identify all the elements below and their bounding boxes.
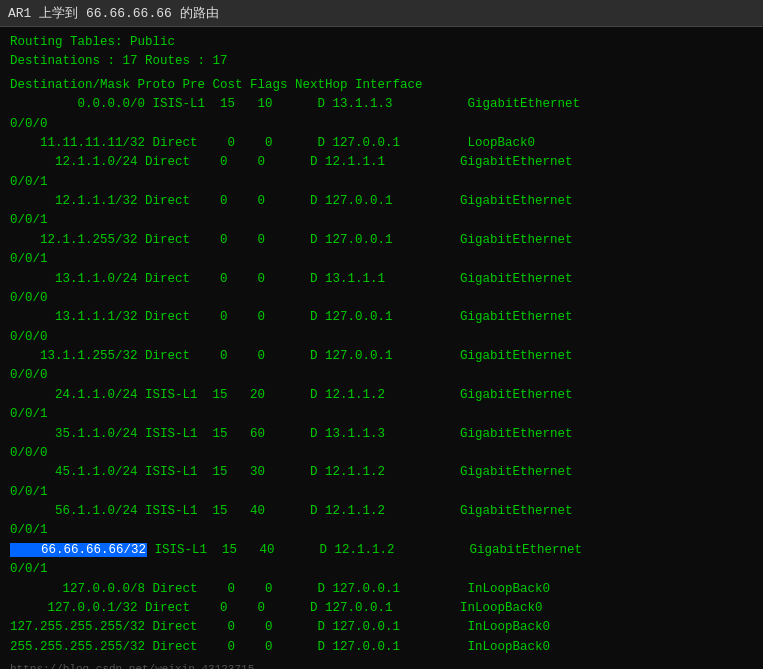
route-iface2: 0/0/0 <box>10 444 753 463</box>
route-row: 56.1.1.0/24 ISIS-L1 15 40 D 12.1.1.2 Gig… <box>10 502 753 521</box>
route-row: 127.255.255.255/32 Direct 0 0 D 127.0.0.… <box>10 618 753 637</box>
route-entry-15: 127.255.255.255/32 Direct 0 0 D 127.0.0.… <box>10 618 753 637</box>
route-iface2: 0/0/0 <box>10 366 753 385</box>
routing-header-1: Routing Tables: Public <box>10 33 753 52</box>
route-iface2: 0/0/1 <box>10 211 753 230</box>
watermark: https://blog.csdn.net/weixin_43123715 <box>10 661 753 669</box>
route-entry-12: 66.66.66.66/32 ISIS-L1 15 40 D 12.1.1.2 … <box>10 541 753 580</box>
route-row: 13.1.1.255/32 Direct 0 0 D 127.0.0.1 Gig… <box>10 347 753 366</box>
route-entry-14: 127.0.0.1/32 Direct 0 0 D 127.0.0.1 InLo… <box>10 599 753 618</box>
routes-container: 0.0.0.0/0 ISIS-L1 15 10 D 13.1.1.3 Gigab… <box>10 95 753 657</box>
route-iface2: 0/0/1 <box>10 560 753 579</box>
route-row: 35.1.1.0/24 ISIS-L1 15 60 D 13.1.1.3 Gig… <box>10 425 753 444</box>
route-entry-13: 127.0.0.0/8 Direct 0 0 D 127.0.0.1 InLoo… <box>10 580 753 599</box>
route-row: 127.0.0.1/32 Direct 0 0 D 127.0.0.1 InLo… <box>10 599 753 618</box>
route-entry-11: 56.1.1.0/24 ISIS-L1 15 40 D 12.1.1.2 Gig… <box>10 502 753 541</box>
route-entry-9: 35.1.1.0/24 ISIS-L1 15 60 D 13.1.1.3 Gig… <box>10 425 753 464</box>
route-row: 127.0.0.0/8 Direct 0 0 D 127.0.0.1 InLoo… <box>10 580 753 599</box>
route-row: 13.1.1.0/24 Direct 0 0 D 13.1.1.1 Gigabi… <box>10 270 753 289</box>
route-iface2: 0/0/1 <box>10 173 753 192</box>
route-entry-4: 12.1.1.255/32 Direct 0 0 D 127.0.0.1 Gig… <box>10 231 753 270</box>
highlighted-dest: 66.66.66.66/32 <box>10 543 147 557</box>
route-iface2: 0/0/0 <box>10 115 753 134</box>
route-entry-8: 24.1.1.0/24 ISIS-L1 15 20 D 12.1.1.2 Gig… <box>10 386 753 425</box>
page-title: AR1 上学到 66.66.66.66 的路由 <box>8 6 219 21</box>
route-iface2: 0/0/0 <box>10 289 753 308</box>
route-row: 11.11.11.11/32 Direct 0 0 D 127.0.0.1 Lo… <box>10 134 753 153</box>
route-entry-7: 13.1.1.255/32 Direct 0 0 D 127.0.0.1 Gig… <box>10 347 753 386</box>
route-entry-5: 13.1.1.0/24 Direct 0 0 D 13.1.1.1 Gigabi… <box>10 270 753 309</box>
route-row: 12.1.1.255/32 Direct 0 0 D 127.0.0.1 Gig… <box>10 231 753 250</box>
route-row: 0.0.0.0/0 ISIS-L1 15 10 D 13.1.1.3 Gigab… <box>10 95 753 114</box>
routing-table-header: Routing Tables: Public Destinations : 17… <box>10 33 753 95</box>
route-row: 255.255.255.255/32 Direct 0 0 D 127.0.0.… <box>10 638 753 657</box>
route-row: 66.66.66.66/32 ISIS-L1 15 40 D 12.1.1.2 … <box>10 541 753 560</box>
terminal: Routing Tables: Public Destinations : 17… <box>0 27 763 669</box>
route-row: 12.1.1.1/32 Direct 0 0 D 127.0.0.1 Gigab… <box>10 192 753 211</box>
route-iface2: 0/0/1 <box>10 405 753 424</box>
route-entry-3: 12.1.1.1/32 Direct 0 0 D 127.0.0.1 Gigab… <box>10 192 753 231</box>
route-iface2: 0/0/1 <box>10 250 753 269</box>
route-entry-1: 11.11.11.11/32 Direct 0 0 D 127.0.0.1 Lo… <box>10 134 753 153</box>
route-entry-6: 13.1.1.1/32 Direct 0 0 D 127.0.0.1 Gigab… <box>10 308 753 347</box>
col-header-text: Destination/Mask Proto Pre Cost Flags Ne… <box>10 78 423 92</box>
route-entry-0: 0.0.0.0/0 ISIS-L1 15 10 D 13.1.1.3 Gigab… <box>10 95 753 134</box>
route-row: 24.1.1.0/24 ISIS-L1 15 20 D 12.1.1.2 Gig… <box>10 386 753 405</box>
route-iface2: 0/0/1 <box>10 521 753 540</box>
route-row: 12.1.1.0/24 Direct 0 0 D 12.1.1.1 Gigabi… <box>10 153 753 172</box>
route-iface2: 0/0/1 <box>10 483 753 502</box>
route-entry-16: 255.255.255.255/32 Direct 0 0 D 127.0.0.… <box>10 638 753 657</box>
route-row: 45.1.1.0/24 ISIS-L1 15 30 D 12.1.1.2 Gig… <box>10 463 753 482</box>
route-iface2: 0/0/0 <box>10 328 753 347</box>
routing-header-2: Destinations : 17 Routes : 17 <box>10 52 753 71</box>
route-entry-2: 12.1.1.0/24 Direct 0 0 D 12.1.1.1 Gigabi… <box>10 153 753 192</box>
title-bar: AR1 上学到 66.66.66.66 的路由 <box>0 0 763 27</box>
column-headers: Destination/Mask Proto Pre Cost Flags Ne… <box>10 76 753 95</box>
route-row: 13.1.1.1/32 Direct 0 0 D 127.0.0.1 Gigab… <box>10 308 753 327</box>
route-entry-10: 45.1.1.0/24 ISIS-L1 15 30 D 12.1.1.2 Gig… <box>10 463 753 502</box>
